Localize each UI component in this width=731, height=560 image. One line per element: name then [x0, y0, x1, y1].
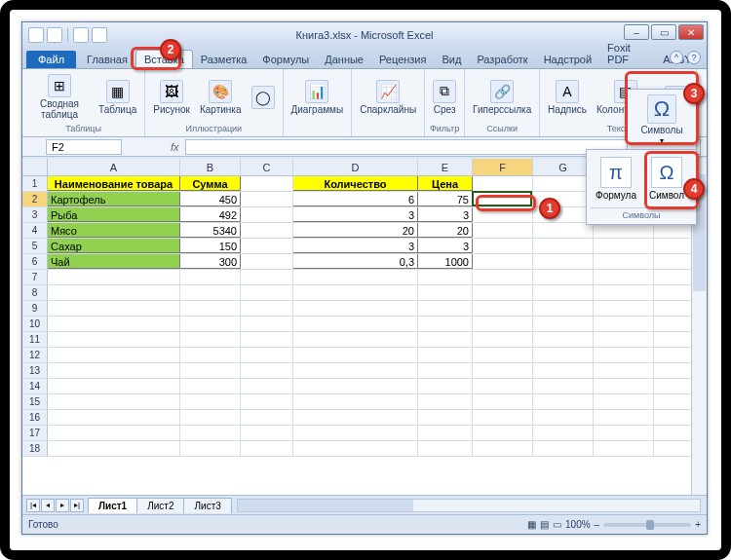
maximize-button[interactable]: ▭ [651, 24, 676, 40]
cell[interactable] [418, 426, 473, 440]
cell[interactable] [48, 426, 180, 440]
cell[interactable]: 75 [418, 192, 473, 206]
cell[interactable] [180, 379, 241, 393]
pivot-table-button[interactable]: ⊞Сводная таблица [26, 72, 93, 122]
cell[interactable] [180, 348, 241, 362]
cell[interactable] [293, 348, 418, 362]
slicer-button[interactable]: ⧉Срез [429, 78, 460, 117]
cell[interactable] [533, 394, 594, 409]
cell[interactable] [241, 317, 293, 331]
redo-icon[interactable] [92, 27, 107, 43]
cell[interactable] [241, 192, 293, 206]
cell[interactable] [533, 363, 594, 378]
row-header[interactable]: 18 [22, 441, 48, 456]
row-header[interactable]: 17 [22, 426, 48, 440]
cell[interactable] [594, 410, 654, 425]
cell[interactable] [48, 363, 180, 378]
cell[interactable]: 300 [180, 254, 241, 269]
cell[interactable] [180, 317, 241, 331]
cell[interactable] [594, 239, 654, 253]
tab-view[interactable]: Вид [434, 51, 469, 68]
cell[interactable]: Цена [418, 176, 473, 191]
cell[interactable] [418, 379, 473, 393]
row-header[interactable]: 2 [22, 192, 48, 206]
view-break-icon[interactable]: ▭ [553, 519, 561, 530]
cell[interactable] [473, 363, 533, 378]
cell[interactable] [241, 394, 293, 409]
horizontal-scrollbar[interactable] [237, 499, 701, 512]
cell[interactable] [533, 426, 594, 440]
minimize-button[interactable]: – [624, 24, 649, 40]
row-header[interactable]: 13 [22, 363, 48, 378]
cell[interactable]: 492 [180, 207, 241, 222]
col-header-E[interactable]: E [418, 159, 473, 175]
cell[interactable] [533, 176, 594, 191]
cell[interactable] [418, 441, 473, 456]
col-header-F[interactable]: F [473, 159, 533, 175]
cell[interactable] [241, 223, 293, 238]
cell[interactable] [533, 285, 594, 300]
save-icon[interactable] [47, 27, 62, 43]
hyperlink-button[interactable]: 🔗Гиперссылка [469, 78, 535, 117]
col-header-G[interactable]: G [533, 159, 594, 175]
row-header[interactable]: 11 [22, 332, 48, 347]
cell[interactable] [293, 379, 418, 393]
cell[interactable] [48, 285, 180, 300]
cell[interactable] [241, 332, 293, 347]
cell[interactable]: 6 [293, 192, 418, 206]
cell[interactable] [48, 441, 180, 456]
sheet-tab[interactable]: Лист2 [136, 498, 184, 513]
cell[interactable] [594, 441, 654, 456]
cell[interactable] [241, 176, 293, 191]
cell[interactable]: 3 [293, 207, 418, 222]
cell[interactable] [473, 270, 533, 284]
cell[interactable] [473, 332, 533, 347]
cell[interactable] [473, 410, 533, 425]
view-layout-icon[interactable]: ▤ [540, 519, 549, 530]
select-all-corner[interactable] [22, 159, 48, 175]
cell[interactable]: 5340 [180, 223, 241, 238]
cell[interactable]: 20 [418, 223, 473, 238]
cell[interactable]: 150 [180, 239, 241, 253]
cell[interactable] [473, 176, 533, 191]
cell[interactable] [473, 394, 533, 409]
cell[interactable] [594, 379, 654, 393]
cell[interactable] [473, 223, 533, 238]
clipart-button[interactable]: 🎨Картинка [196, 78, 246, 117]
cell[interactable] [180, 426, 241, 440]
cell[interactable] [594, 363, 654, 378]
cell[interactable] [418, 270, 473, 284]
cell[interactable] [473, 285, 533, 300]
tab-data[interactable]: Данные [317, 51, 371, 68]
cell[interactable] [241, 379, 293, 393]
textbox-button[interactable]: AНадпись [544, 78, 591, 117]
cell[interactable] [594, 394, 654, 409]
cell[interactable] [293, 426, 418, 440]
cell[interactable] [418, 317, 473, 331]
row-header[interactable]: 14 [22, 379, 48, 393]
table-button[interactable]: ▦Таблица [95, 78, 140, 117]
col-header-C[interactable]: C [241, 159, 293, 175]
cell[interactable] [594, 301, 654, 316]
tab-review[interactable]: Рецензия [371, 51, 435, 68]
cell[interactable] [180, 270, 241, 284]
cell[interactable] [473, 379, 533, 393]
cell[interactable] [293, 441, 418, 456]
cell[interactable] [594, 254, 654, 269]
cell[interactable] [418, 301, 473, 316]
cell[interactable] [418, 410, 473, 425]
equation-button[interactable]: πФормула [591, 154, 641, 204]
cell[interactable] [241, 207, 293, 222]
row-header[interactable]: 9 [22, 301, 48, 316]
cell[interactable] [48, 379, 180, 393]
cell[interactable] [48, 332, 180, 347]
cell[interactable]: 20 [293, 223, 418, 238]
cell[interactable] [48, 301, 180, 316]
fx-icon[interactable]: fx [171, 141, 179, 153]
cell[interactable]: Количество [293, 176, 418, 191]
cell[interactable] [293, 410, 418, 425]
cell[interactable] [48, 317, 180, 331]
cell[interactable] [418, 285, 473, 300]
cell[interactable] [48, 394, 180, 409]
cell[interactable] [533, 254, 594, 269]
